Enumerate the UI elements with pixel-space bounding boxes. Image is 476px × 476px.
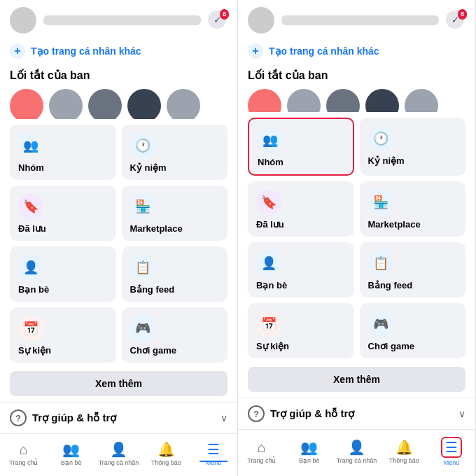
events-icon-left: 📅 (18, 316, 43, 341)
menu-item-daluu-right[interactable]: 🔖 Đã lưu (248, 181, 354, 237)
header-left: ✓ 8 (0, 0, 237, 38)
plus-icon-left: + (10, 43, 25, 59)
menu-item-banbe-left[interactable]: 👤 Bạn bè (10, 246, 116, 302)
badge-count-left: 8 (220, 9, 229, 20)
nav-profile-label-right: Trang cá nhân (337, 457, 377, 464)
header-right: ✓ 8 (238, 0, 475, 38)
nav-banbe-left[interactable]: 👥 Bạn bè (48, 438, 95, 469)
shortcut-1-right[interactable] (248, 89, 281, 112)
nav-menu-label-right: Menu (444, 459, 460, 466)
create-profile-left[interactable]: + Tạo trang cá nhân khác (0, 38, 237, 64)
groups-icon-right: 👥 (258, 127, 283, 153)
create-profile-right[interactable]: + Tạo trang cá nhân khác (238, 38, 475, 64)
svg-text:👤: 👤 (23, 260, 39, 275)
menu-grid-left: 👥 Nhóm 🕐 Kỷ niệm 🔖 Đã lưu 🏪 (0, 119, 237, 368)
menu-item-daluu-left[interactable]: 🔖 Đã lưu (10, 186, 116, 241)
shortcut-4-left[interactable] (127, 89, 161, 119)
memories-icon-right: 🕐 (368, 126, 393, 151)
menu-item-kyniem-label-left: Kỷ niệm (130, 162, 220, 173)
see-more-button-left[interactable]: Xem thêm (10, 371, 227, 396)
menu-item-choigame-right[interactable]: 🎮 Chơi game (360, 303, 466, 358)
nav-banbe-right[interactable]: 👥 Bạn bè (286, 436, 333, 467)
shortcut-5-left[interactable] (167, 89, 200, 119)
menu-item-sukien-right[interactable]: 📅 Sự kiện (248, 303, 354, 358)
menu-icon-right: ☰ (445, 439, 458, 456)
shortcuts-title-right: Lối tắt của ban (238, 64, 475, 85)
friends-nav-icon-right: 👥 (300, 439, 318, 456)
svg-text:🏪: 🏪 (135, 199, 151, 214)
chevron-down-icon-left: ∨ (220, 412, 227, 424)
menu-item-kyniem-left[interactable]: 🕐 Kỷ niệm (122, 125, 228, 180)
nav-banbe-label-left: Bạn bè (61, 459, 82, 466)
menu-item-nhom-right[interactable]: 👥 Nhóm (248, 118, 354, 176)
menu-item-sukien-left[interactable]: 📅 Sự kiện (10, 307, 116, 363)
nav-notifications-label-left: Thông báo (151, 459, 181, 466)
notification-badge-right[interactable]: ✓ 8 (446, 10, 465, 30)
menu-item-bangfeed-right[interactable]: 📋 Bảng feed (360, 242, 466, 298)
create-profile-label-right: Tạo trang cá nhân khác (269, 46, 379, 57)
menu-item-banbe-label-right: Bạn bè (256, 280, 346, 290)
nav-notifications-right[interactable]: 🔔 Thông báo (380, 436, 428, 467)
nav-profile-right[interactable]: 👤 Trang cá nhân (333, 436, 381, 467)
menu-item-bangfeed-left[interactable]: 📋 Bảng feed (122, 246, 228, 302)
memories-icon-left: 🕐 (130, 133, 155, 158)
shortcut-3-left[interactable] (88, 89, 122, 119)
menu-icon-box-right: ☰ (441, 437, 462, 458)
friends-icon-right: 👤 (256, 251, 281, 276)
menu-item-choigame-left[interactable]: 🎮 Chơi game (122, 307, 228, 363)
username-bar-right (281, 15, 439, 25)
games-icon-left: 🎮 (130, 316, 155, 341)
nav-notifications-left[interactable]: 🔔 Thông báo (142, 438, 190, 469)
shortcuts-row-right (238, 85, 475, 112)
menu-item-kyniem-right[interactable]: 🕐 Kỷ niệm (360, 118, 466, 176)
shortcut-2-left[interactable] (49, 89, 83, 119)
notification-badge-left[interactable]: ✓ 8 (208, 10, 227, 30)
menu-item-sukien-label-left: Sự kiện (18, 345, 108, 356)
nav-menu-right[interactable]: ☰ Menu (428, 434, 475, 469)
home-icon-right: ⌂ (258, 440, 266, 456)
feed-icon-right: 📋 (368, 251, 393, 276)
menu-item-nhom-left[interactable]: 👥 Nhóm (10, 125, 116, 180)
menu-item-marketplace-right[interactable]: 🏪 Marketplace (360, 181, 466, 237)
menu-item-banbe-right[interactable]: 👤 Bạn bè (248, 242, 354, 298)
svg-text:🔖: 🔖 (23, 199, 39, 214)
help-section-left[interactable]: ? Trợ giúp & hỗ trợ ∨ (0, 402, 237, 433)
marketplace-icon-left: 🏪 (130, 194, 155, 219)
bottom-nav-left: ⌂ Trang chủ 👥 Bạn bè 👤 Trang cá nhân 🔔 T… (0, 433, 237, 476)
help-icon-right: ? (248, 405, 265, 422)
menu-item-marketplace-left[interactable]: 🏪 Marketplace (122, 186, 228, 241)
nav-trangchu-label-left: Trang chủ (9, 459, 38, 466)
shortcut-3-right[interactable] (326, 89, 360, 112)
menu-item-banbe-label-left: Bạn bè (18, 284, 108, 295)
home-icon-left: ⌂ (20, 442, 28, 458)
profile-nav-icon-left: 👤 (110, 441, 127, 458)
see-more-button-right[interactable]: Xem thêm (248, 367, 465, 392)
plus-icon-right: + (248, 43, 263, 59)
nav-trangchu-left[interactable]: ⌂ Trang chủ (0, 439, 48, 469)
friends-icon-left: 👤 (18, 255, 43, 280)
groups-icon-left: 👥 (18, 133, 43, 158)
svg-text:🕐: 🕐 (135, 138, 151, 153)
username-bar-left (43, 15, 201, 25)
svg-text:👤: 👤 (261, 255, 277, 271)
nav-menu-left[interactable]: ☰ Menu (190, 438, 237, 469)
svg-text:🏪: 🏪 (373, 195, 389, 210)
shortcut-4-right[interactable] (365, 89, 399, 112)
menu-item-sukien-label-right: Sự kiện (256, 341, 346, 351)
right-panel: ✓ 8 + Tạo trang cá nhân khác Lối tắt của… (238, 0, 476, 476)
shortcut-5-right[interactable] (405, 89, 438, 112)
menu-item-nhom-label-left: Nhóm (18, 162, 108, 173)
shortcuts-row-left (0, 85, 237, 119)
left-panel: ✓ 8 + Tạo trang cá nhân khác Lối tắt của… (0, 0, 238, 476)
help-icon-left: ? (10, 410, 27, 426)
help-section-right[interactable]: ? Trợ giúp & hỗ trợ ∨ (238, 398, 475, 429)
shortcut-1-left[interactable] (10, 89, 43, 119)
nav-profile-left[interactable]: 👤 Trang cá nhân (95, 438, 143, 469)
menu-item-choigame-label-left: Chơi game (130, 345, 220, 356)
shortcut-2-right[interactable] (287, 89, 321, 112)
menu-item-choigame-label-right: Chơi game (368, 341, 458, 351)
badge-count-right: 8 (458, 9, 467, 20)
menu-item-daluu-label-right: Đã lưu (256, 219, 346, 230)
menu-item-bangfeed-label-right: Bảng feed (368, 280, 458, 290)
nav-trangchu-right[interactable]: ⌂ Trang chủ (238, 437, 286, 467)
